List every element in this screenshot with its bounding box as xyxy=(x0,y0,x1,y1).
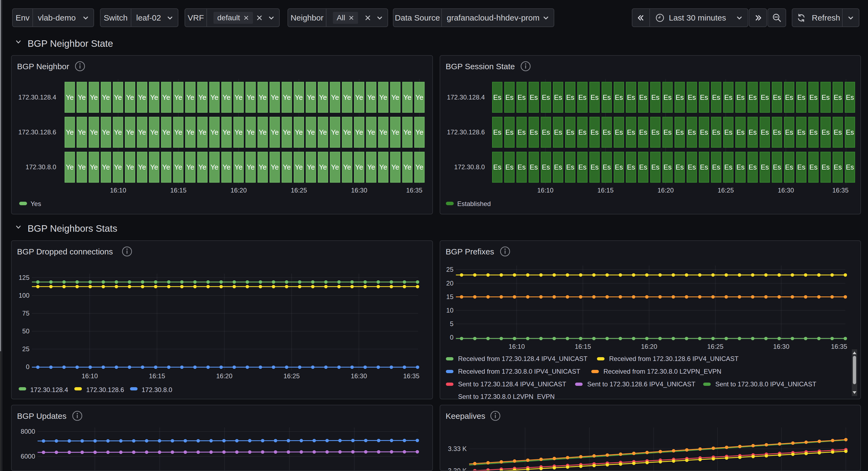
svg-text:5: 5 xyxy=(450,320,454,327)
svg-text:Es: Es xyxy=(724,128,732,136)
svg-text:Es: Es xyxy=(505,128,514,136)
svg-text:Ye: Ye xyxy=(211,93,218,101)
svg-text:Es: Es xyxy=(505,163,514,171)
svg-text:Ye: Ye xyxy=(403,93,411,101)
svg-text:Ye: Ye xyxy=(343,128,351,136)
svg-text:Es: Es xyxy=(627,163,635,171)
svg-text:Ye: Ye xyxy=(174,93,182,101)
svg-text:Es: Es xyxy=(542,93,550,101)
svg-text:Received from 172.30.128.4 IPV: Received from 172.30.128.4 IPV4_UNICAST xyxy=(458,355,588,362)
svg-text:Ye: Ye xyxy=(331,163,339,171)
svg-text:75: 75 xyxy=(22,310,29,317)
svg-text:Es: Es xyxy=(773,128,781,136)
svg-text:Ye: Ye xyxy=(114,163,122,171)
svg-text:Ye: Ye xyxy=(271,93,279,101)
svg-text:16:35: 16:35 xyxy=(403,372,420,380)
svg-text:Sent to 172.30.128.6 IPV4_UNIC: Sent to 172.30.128.6 IPV4_UNICAST xyxy=(587,380,695,388)
svg-text:Es: Es xyxy=(566,163,574,171)
svg-text:Es: Es xyxy=(736,128,744,136)
svg-text:Es: Es xyxy=(578,93,586,101)
svg-text:10: 10 xyxy=(446,306,454,314)
svg-text:Keepalives: Keepalives xyxy=(445,412,485,420)
svg-text:Ye: Ye xyxy=(403,128,411,136)
svg-text:Es: Es xyxy=(615,93,623,101)
svg-text:Es: Es xyxy=(651,128,659,136)
svg-text:Ye: Ye xyxy=(271,163,279,171)
svg-text:Ye: Ye xyxy=(355,93,363,101)
svg-text:Ye: Ye xyxy=(198,128,206,136)
svg-text:Es: Es xyxy=(736,163,744,171)
svg-text:Ye: Ye xyxy=(78,128,86,136)
svg-text:Ye: Ye xyxy=(343,163,351,171)
svg-text:Ye: Ye xyxy=(138,93,146,101)
svg-text:Ye: Ye xyxy=(403,163,411,171)
svg-text:Ye: Ye xyxy=(235,128,242,136)
svg-text:16:30: 16:30 xyxy=(351,372,367,380)
svg-text:Es: Es xyxy=(530,163,538,171)
svg-text:Ye: Ye xyxy=(222,93,230,101)
svg-text:Ye: Ye xyxy=(367,163,375,171)
svg-text:Ye: Ye xyxy=(379,128,387,136)
svg-text:Ye: Ye xyxy=(247,93,254,101)
svg-text:Es: Es xyxy=(761,93,769,101)
svg-text:Es: Es xyxy=(809,93,817,101)
svg-text:6000: 6000 xyxy=(21,452,35,460)
svg-text:Ye: Ye xyxy=(331,93,339,101)
svg-text:Ye: Ye xyxy=(211,163,218,171)
svg-text:Es: Es xyxy=(773,163,781,171)
svg-text:Es: Es xyxy=(700,93,708,101)
svg-text:Es: Es xyxy=(688,163,696,171)
svg-text:16:25: 16:25 xyxy=(717,186,734,194)
svg-text:Es: Es xyxy=(809,128,817,136)
svg-text:Ye: Ye xyxy=(138,163,146,171)
svg-text:Ye: Ye xyxy=(162,163,170,171)
svg-text:172.30.128.6: 172.30.128.6 xyxy=(447,128,485,136)
svg-text:Es: Es xyxy=(590,163,598,171)
svg-text:172.30.128.4: 172.30.128.4 xyxy=(447,93,485,101)
svg-text:Es: Es xyxy=(651,93,659,101)
svg-text:25: 25 xyxy=(22,345,29,353)
svg-text:Es: Es xyxy=(639,163,647,171)
svg-text:Es: Es xyxy=(542,163,550,171)
svg-text:Es: Es xyxy=(518,93,526,101)
svg-text:Es: Es xyxy=(785,93,793,101)
svg-text:Ye: Ye xyxy=(295,128,303,136)
svg-text:Es: Es xyxy=(749,163,757,171)
svg-text:Received from 172.30.8.0 IPV4_: Received from 172.30.8.0 IPV4_UNICAST xyxy=(458,368,581,375)
svg-text:Es: Es xyxy=(688,93,696,101)
svg-text:Ye: Ye xyxy=(283,128,291,136)
svg-text:Es: Es xyxy=(822,163,830,171)
svg-text:16:20: 16:20 xyxy=(216,372,232,380)
svg-text:Ye: Ye xyxy=(126,93,134,101)
svg-text:0: 0 xyxy=(450,334,454,341)
svg-text:Ye: Ye xyxy=(319,128,327,136)
svg-text:Es: Es xyxy=(676,128,684,136)
svg-text:Ye: Ye xyxy=(90,128,98,136)
svg-text:Es: Es xyxy=(615,128,623,136)
svg-text:Ye: Ye xyxy=(283,93,291,101)
svg-text:BGP Updates: BGP Updates xyxy=(17,412,66,420)
svg-text:Ye: Ye xyxy=(90,163,98,171)
svg-text:Es: Es xyxy=(834,128,842,136)
svg-text:Ye: Ye xyxy=(126,128,134,136)
svg-text:16:35: 16:35 xyxy=(406,186,423,194)
svg-text:Sent to 172.30.8.0 L2VPN_EVPN: Sent to 172.30.8.0 L2VPN_EVPN xyxy=(458,393,555,399)
svg-text:Ye: Ye xyxy=(198,163,206,171)
svg-text:Ye: Ye xyxy=(355,128,363,136)
svg-text:Ye: Ye xyxy=(150,163,158,171)
svg-text:172.30.128.6: 172.30.128.6 xyxy=(19,128,56,136)
svg-text:Ye: Ye xyxy=(235,93,242,101)
svg-text:Ye: Ye xyxy=(66,163,73,171)
svg-text:16:35: 16:35 xyxy=(831,343,847,350)
svg-text:16:15: 16:15 xyxy=(170,186,186,194)
svg-text:15: 15 xyxy=(446,293,454,300)
svg-text:Ye: Ye xyxy=(331,128,339,136)
svg-text:Ye: Ye xyxy=(102,163,110,171)
svg-text:172.30.8.0: 172.30.8.0 xyxy=(26,163,56,171)
svg-text:Received from 172.30.8.0 L2VPN: Received from 172.30.8.0 L2VPN_EVPN xyxy=(603,368,721,375)
svg-text:Ye: Ye xyxy=(174,163,182,171)
svg-text:Ye: Ye xyxy=(367,128,375,136)
svg-text:Es: Es xyxy=(724,163,732,171)
svg-text:16:30: 16:30 xyxy=(773,343,789,350)
svg-text:Ye: Ye xyxy=(114,93,122,101)
